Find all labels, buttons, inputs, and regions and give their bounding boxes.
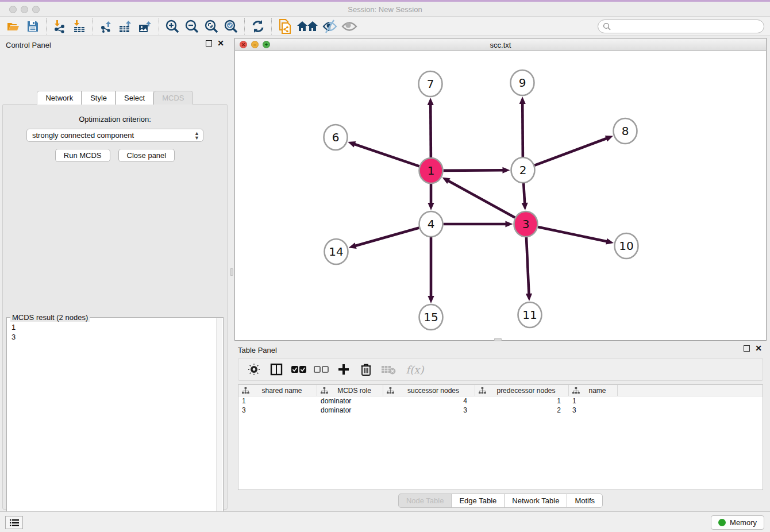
export-image-button[interactable] bbox=[136, 18, 155, 35]
table-row[interactable]: 3dominator323 bbox=[238, 406, 763, 415]
tab-motifs[interactable]: Motifs bbox=[567, 494, 603, 508]
hide-graphics-button[interactable] bbox=[320, 18, 340, 35]
table-settings-button[interactable] bbox=[245, 361, 263, 378]
show-graphics-button[interactable] bbox=[340, 18, 359, 35]
column-header-name[interactable]: name bbox=[569, 385, 618, 396]
save-session-button[interactable] bbox=[23, 18, 43, 35]
column-hierarchy-icon bbox=[479, 387, 486, 394]
task-history-button[interactable] bbox=[5, 516, 23, 529]
search-field[interactable] bbox=[598, 20, 764, 33]
deselect-all-button[interactable] bbox=[313, 361, 330, 378]
close-table-panel-icon[interactable]: ✕ bbox=[755, 345, 762, 352]
edge-3-11[interactable] bbox=[526, 237, 529, 295]
edge-2-3[interactable] bbox=[523, 183, 525, 204]
function-builder-button[interactable]: f(x) bbox=[402, 361, 428, 378]
export-network-button[interactable] bbox=[97, 18, 116, 35]
result-scrollbar[interactable] bbox=[216, 318, 222, 532]
tab-node-table[interactable]: Node Table bbox=[398, 494, 452, 508]
arrowhead-icon bbox=[348, 141, 356, 148]
float-table-panel-icon[interactable] bbox=[744, 345, 750, 352]
column-header-predecessor-nodes[interactable]: predecessor nodes bbox=[475, 385, 569, 396]
column-hierarchy-icon bbox=[242, 387, 249, 394]
list-icon bbox=[10, 519, 19, 527]
table-panel: Table Panel ✕ bbox=[234, 342, 767, 511]
apply-layout-button[interactable] bbox=[248, 18, 268, 35]
mcds-result-title: MCDS result (2 nodes) bbox=[10, 313, 90, 322]
edge-1-6[interactable] bbox=[354, 144, 419, 167]
clone-network-button[interactable] bbox=[275, 18, 295, 35]
edge-4-14[interactable] bbox=[355, 228, 419, 246]
show-graphics-icon bbox=[341, 20, 358, 33]
table-cell: 1 bbox=[569, 396, 618, 406]
close-panel-button[interactable]: Close panel bbox=[118, 149, 175, 162]
edge-2-9[interactable] bbox=[522, 103, 523, 157]
zoom-fit-button[interactable] bbox=[202, 18, 221, 35]
window-title: Session: New Session bbox=[0, 5, 770, 14]
show-columns-button[interactable] bbox=[268, 361, 285, 378]
tab-network-table[interactable]: Network Table bbox=[504, 494, 567, 508]
float-panel-icon[interactable] bbox=[206, 40, 212, 47]
memory-button[interactable]: Memory bbox=[711, 515, 764, 530]
table-toolbar: f(x) bbox=[238, 358, 763, 381]
select-all-button[interactable] bbox=[290, 361, 307, 378]
node-table-body: 1dominator4113dominator323 bbox=[238, 396, 763, 415]
edge-3-10[interactable] bbox=[538, 227, 607, 242]
table-cell: 3 bbox=[238, 406, 317, 415]
edge-1-7[interactable] bbox=[430, 104, 431, 157]
import-table-icon bbox=[72, 20, 86, 33]
export-table-icon bbox=[118, 20, 133, 33]
control-panel-title: Control Panel bbox=[6, 41, 51, 49]
application-window: Session: New Session bbox=[0, 0, 770, 532]
open-session-button[interactable] bbox=[3, 18, 23, 35]
edge-3-1[interactable] bbox=[448, 180, 515, 218]
column-header-successor-nodes[interactable]: successor nodes bbox=[383, 385, 475, 396]
table-panel-title: Table Panel bbox=[238, 346, 277, 354]
arrowhead-icon bbox=[519, 97, 526, 104]
network-window-titlebar[interactable]: ✕ − + scc.txt bbox=[235, 38, 766, 51]
arrowhead-icon bbox=[506, 221, 513, 227]
table-cell: 3 bbox=[383, 406, 475, 415]
save-icon bbox=[26, 20, 39, 33]
mcds-result-box: MCDS result (2 nodes) 1 3 bbox=[6, 317, 224, 532]
column-header-MCDS-role[interactable]: MCDS role bbox=[317, 385, 383, 396]
delete-column-button[interactable] bbox=[357, 361, 375, 378]
add-column-button[interactable] bbox=[335, 361, 352, 378]
delete-table-button[interactable] bbox=[380, 361, 397, 378]
mcds-result-text: 1 3 bbox=[11, 322, 215, 532]
tab-mcds[interactable]: MCDS bbox=[153, 91, 192, 105]
run-mcds-button[interactable]: Run MCDS bbox=[55, 149, 110, 162]
network-window-title: scc.txt bbox=[235, 41, 766, 49]
close-panel-icon[interactable]: ✕ bbox=[217, 40, 224, 47]
table-splitter-handle[interactable] bbox=[494, 338, 502, 341]
tab-select[interactable]: Select bbox=[116, 91, 153, 105]
edge-1-2[interactable] bbox=[443, 170, 503, 171]
zoom-out-button[interactable] bbox=[182, 18, 202, 35]
column-header-shared-name[interactable]: shared name bbox=[238, 385, 317, 396]
zoom-selected-button[interactable] bbox=[221, 18, 241, 35]
import-table-button[interactable] bbox=[70, 18, 89, 35]
criterion-dropdown[interactable]: strongly connected component ▲▼ bbox=[26, 129, 203, 142]
home-view-button[interactable] bbox=[295, 18, 320, 35]
memory-status-icon bbox=[718, 519, 726, 526]
node-table[interactable]: shared nameMCDS rolesuccessor nodesprede… bbox=[238, 384, 763, 490]
zoom-in-button[interactable] bbox=[163, 18, 182, 35]
tab-edge-table[interactable]: Edge Table bbox=[451, 494, 504, 508]
network-graph-canvas[interactable]: 7968124314101511 bbox=[235, 51, 766, 340]
tab-style[interactable]: Style bbox=[82, 91, 116, 105]
memory-label: Memory bbox=[730, 518, 757, 527]
zoom-in-icon bbox=[165, 19, 180, 34]
export-table-button[interactable] bbox=[116, 18, 136, 35]
clone-network-icon bbox=[278, 18, 292, 34]
edge-2-8[interactable] bbox=[534, 138, 607, 165]
panel-splitter-handle[interactable] bbox=[230, 268, 233, 276]
arrowhead-icon bbox=[428, 98, 434, 105]
tab-network[interactable]: Network bbox=[37, 91, 82, 105]
search-input[interactable] bbox=[611, 21, 764, 32]
table-row[interactable]: 1dominator411 bbox=[238, 396, 763, 406]
criterion-value: strongly connected component bbox=[32, 131, 134, 140]
fx-label: f(x) bbox=[406, 364, 424, 376]
import-network-button[interactable] bbox=[50, 18, 70, 35]
table-cell: 1 bbox=[475, 396, 569, 406]
node-label-2: 2 bbox=[519, 163, 527, 177]
search-icon bbox=[603, 22, 611, 30]
